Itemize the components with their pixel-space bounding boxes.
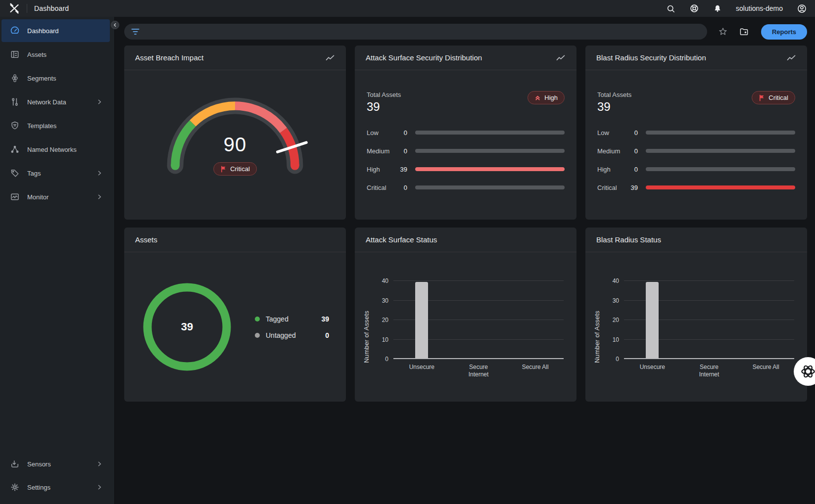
sidebar-item-assets[interactable]: Assets	[1, 43, 110, 66]
severity-bar	[415, 149, 565, 153]
sidebar-item-settings[interactable]: Settings	[1, 476, 110, 499]
trend-chart-icon[interactable]	[786, 53, 796, 62]
card-blast-radius-status: Blast Radius Status Number of Assets 40 …	[585, 228, 807, 402]
severity-row-medium: Medium 0	[597, 149, 795, 153]
card-header: Blast Radius Security Distribution	[585, 46, 807, 70]
assets-legend: Tagged 39 Untagged 0	[255, 315, 329, 339]
segments-icon	[10, 73, 20, 83]
card-assets: Assets 39 Tagged	[124, 228, 346, 402]
total-assets-value: 39	[597, 100, 631, 114]
sidebar-bottom: Sensors Settings	[0, 452, 114, 499]
sidebar-item-label: Dashboard	[27, 27, 59, 35]
x-axis-line	[624, 358, 794, 359]
plot-area: 40 30 20 10 0	[624, 281, 794, 359]
sidebar-item-named-networks[interactable]: Named Networks	[1, 138, 110, 161]
sidebar-item-dashboard[interactable]: Dashboard	[1, 19, 110, 42]
flag-icon	[759, 94, 765, 101]
assets-donut-chart: 39	[141, 281, 233, 373]
topbar: Dashboard solutions-demo	[0, 0, 815, 17]
total-assets-block: Total Assets 39	[367, 91, 401, 114]
y-tick: 30	[382, 297, 388, 304]
sidebar-item-label: Named Networks	[27, 146, 77, 153]
card-header: Attack Surface Security Distribution	[355, 46, 576, 70]
filter-icon	[131, 28, 140, 35]
sidebar-item-network-data[interactable]: Network Data	[1, 91, 110, 113]
total-assets-label: Total Assets	[597, 91, 631, 98]
attack-surface-status-chart: Number of Assets 40 30 20 10 0	[355, 252, 576, 402]
severity-row-high: High 39	[367, 167, 565, 171]
app-logo-icon	[8, 2, 21, 15]
y-tick: 20	[382, 317, 388, 323]
bar-unsecure	[415, 282, 428, 358]
network-data-icon	[10, 97, 20, 107]
sidebar-item-templates[interactable]: Templates	[1, 114, 110, 137]
main-content: Reports Asset Breach Impact	[115, 17, 815, 504]
y-tick: 10	[613, 336, 619, 343]
y-tick: 40	[382, 277, 388, 284]
help-lifebuoy-icon[interactable]	[689, 3, 699, 13]
total-assets-label: Total Assets	[367, 91, 401, 98]
card-title: Assets	[135, 235, 157, 244]
total-assets-block: Total Assets 39	[597, 91, 631, 114]
tag-icon	[10, 168, 20, 178]
sensors-icon	[10, 459, 20, 469]
sidebar-item-tags[interactable]: Tags	[1, 162, 110, 184]
severity-bar	[646, 149, 795, 153]
chevron-right-icon	[96, 460, 103, 467]
legend-item-tagged: Tagged 39	[255, 315, 329, 323]
reports-button[interactable]: Reports	[761, 24, 807, 40]
sidebar-collapse-button[interactable]	[111, 21, 119, 29]
card-attack-surface-distribution: Attack Surface Security Distribution Tot…	[355, 46, 576, 220]
x-axis-labels: Unsecure Secure Internet Secure All	[624, 364, 794, 378]
filter-input[interactable]	[124, 24, 707, 40]
sidebar-item-label: Monitor	[27, 193, 48, 201]
x-axis-line	[393, 358, 564, 359]
card-asset-breach-impact: Asset Breach Impact	[124, 46, 346, 220]
sidebar-item-label: Sensors	[27, 460, 51, 468]
y-axis-title: Number of Assets	[363, 311, 370, 363]
account-icon[interactable]	[797, 3, 807, 14]
breach-score: 90	[153, 134, 317, 156]
trend-chart-icon[interactable]	[556, 53, 566, 62]
severity-bar	[415, 185, 565, 189]
y-tick: 20	[613, 317, 619, 323]
bar-unsecure	[646, 282, 659, 358]
chevron-right-icon	[96, 484, 103, 491]
severity-row-high: High 0	[597, 167, 795, 171]
sidebar-item-label: Assets	[27, 51, 47, 58]
severity-row-medium: Medium 0	[367, 149, 565, 153]
assets-icon	[10, 49, 20, 59]
chevron-right-icon	[96, 170, 103, 177]
sidebar-item-segments[interactable]: Segments	[1, 67, 110, 90]
monitor-icon	[10, 192, 20, 202]
toolbar: Reports	[124, 24, 807, 40]
card-header: Blast Radius Status	[585, 228, 807, 252]
severity-row-low: Low 0	[597, 131, 795, 135]
severity-bar	[646, 131, 795, 135]
speedometer-icon	[10, 26, 20, 36]
severity-bar	[415, 167, 565, 171]
favorite-star-icon[interactable]	[718, 27, 728, 37]
search-icon[interactable]	[666, 4, 675, 13]
card-header: Assets	[124, 228, 346, 252]
severity-row-critical: Critical 0	[367, 185, 565, 189]
bell-icon[interactable]	[713, 4, 722, 13]
y-tick: 40	[613, 277, 619, 284]
sidebar-item-sensors[interactable]: Sensors	[1, 453, 110, 475]
gridline	[393, 280, 564, 281]
account-name: solutions-demo	[736, 4, 783, 12]
status-badge-high: High	[527, 91, 565, 104]
card-blast-radius-distribution: Blast Radius Security Distribution Total…	[585, 46, 807, 220]
x-axis-labels: Unsecure Secure Internet Secure All	[393, 364, 564, 378]
sidebar-item-label: Tags	[27, 170, 41, 177]
card-title: Attack Surface Status	[366, 235, 437, 244]
sidebar-item-label: Settings	[27, 484, 50, 491]
trend-chart-icon[interactable]	[325, 53, 335, 62]
severity-bar	[646, 185, 795, 189]
sidebar-item-monitor[interactable]: Monitor	[1, 185, 110, 208]
double-chevron-up-icon	[534, 94, 541, 101]
y-tick: 0	[616, 356, 619, 363]
report-folder-icon[interactable]	[739, 27, 749, 37]
chevron-right-icon	[96, 98, 103, 105]
sidebar-item-label: Network Data	[27, 98, 66, 106]
